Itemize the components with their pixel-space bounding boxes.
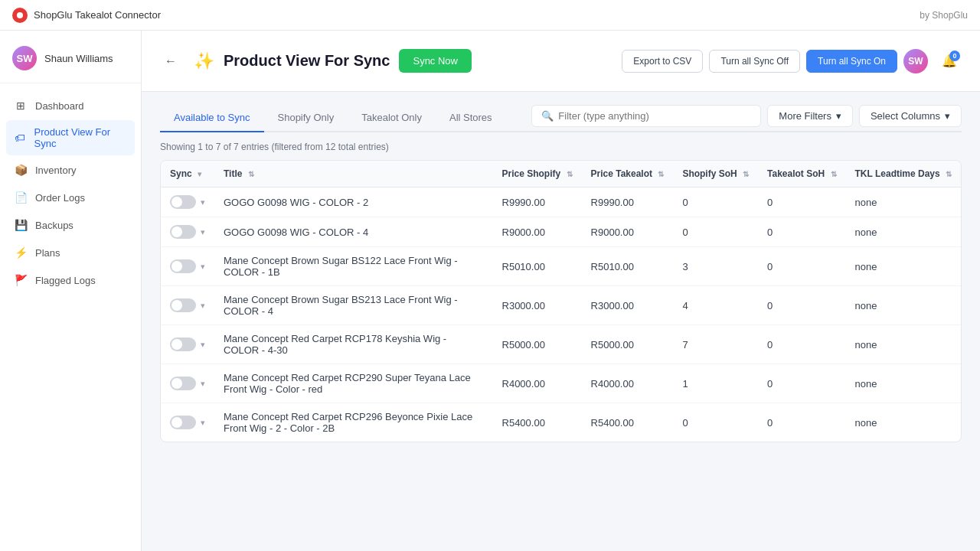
zap-icon: ⚡: [14, 246, 28, 259]
tkl-leadtime-cell: none: [846, 403, 961, 442]
sync-cell: ▾: [161, 403, 214, 442]
sync-dropdown-arrow[interactable]: ▾: [201, 379, 205, 389]
col-title[interactable]: Title ⇅: [214, 161, 493, 187]
sync-now-button[interactable]: Sync Now: [399, 49, 472, 73]
turn-sync-off-button[interactable]: Turn all Sync Off: [709, 50, 800, 73]
shopify-soh-cell: 3: [673, 247, 758, 286]
sync-toggle[interactable]: [170, 416, 196, 429]
sync-toggle[interactable]: [170, 377, 196, 390]
price-shopify-cell: R9990.00: [493, 187, 582, 217]
sidebar-item-label: Flagged Logs: [35, 275, 96, 286]
table-row: ▾ Mane Concept Brown Sugar BS122 Lace Fr…: [161, 247, 961, 286]
search-input[interactable]: [558, 110, 751, 122]
tab-shopify-only[interactable]: Shopify Only: [264, 104, 348, 132]
back-button[interactable]: ←: [160, 51, 181, 72]
sync-toggle[interactable]: [170, 225, 196, 239]
takealot-soh-cell: 0: [758, 286, 845, 325]
price-takealot-cell: R5000.00: [582, 325, 674, 364]
shopify-soh-cell: 0: [673, 187, 758, 217]
sort-icon: ⇅: [567, 170, 573, 178]
sort-icon: ⇅: [946, 170, 952, 178]
price-takealot-cell: R5400.00: [582, 403, 674, 442]
flag-icon: 🚩: [14, 273, 28, 287]
sort-icon: ⇅: [831, 170, 837, 178]
col-price-takealot[interactable]: Price Takealot ⇅: [582, 161, 674, 187]
tabs: Available to Sync Shopify Only Takealot …: [160, 104, 962, 132]
topbar: ShopGlu Takealot Connector by ShopGlu: [0, 0, 980, 31]
table-header-row: Sync ▾ Title ⇅ Price Shopify ⇅ Price Tak…: [161, 161, 961, 187]
database-icon: 💾: [14, 218, 28, 232]
sidebar-item-product-view[interactable]: 🏷 Product View For Sync: [6, 120, 135, 155]
header-right: Export to CSV Turn all Sync Off Turn all…: [622, 49, 962, 73]
sidebar-user: SW Shaun Williams: [0, 40, 141, 83]
export-csv-button[interactable]: Export to CSV: [622, 50, 703, 73]
sidebar-item-dashboard[interactable]: ⊞ Dashboard: [6, 93, 135, 119]
sidebar-item-label: Order Logs: [35, 192, 85, 204]
price-shopify-cell: R9000.00: [493, 217, 582, 247]
product-table: Sync ▾ Title ⇅ Price Shopify ⇅ Price Tak…: [160, 160, 962, 442]
price-shopify-cell: R5400.00: [493, 403, 582, 442]
sync-toggle[interactable]: [170, 337, 196, 351]
turn-sync-on-button[interactable]: Turn all Sync On: [806, 50, 897, 73]
sync-cell: ▾: [161, 247, 214, 286]
sync-toggle[interactable]: [170, 298, 196, 312]
topbar-byline: by ShopGlu: [920, 10, 968, 21]
sync-cell: ▾: [161, 325, 214, 364]
sidebar-item-label: Backups: [35, 220, 74, 231]
notification-button[interactable]: 🔔 0: [937, 49, 962, 73]
title-cell: GOGO G0098 WIG - COLOR - 4: [214, 217, 493, 247]
shopify-soh-cell: 0: [673, 217, 758, 247]
title-cell: Mane Concept Red Carpet RCP178 Keyshia W…: [214, 325, 493, 364]
sync-cell: ▾: [161, 217, 214, 247]
price-takealot-cell: R3000.00: [582, 286, 674, 325]
sync-cell: ▾: [161, 187, 214, 217]
sync-dropdown-arrow[interactable]: ▾: [201, 262, 205, 272]
grid-icon: ⊞: [14, 99, 28, 112]
tkl-leadtime-cell: none: [846, 187, 961, 217]
sync-cell: ▾: [161, 364, 214, 403]
sidebar-item-label: Dashboard: [35, 100, 84, 112]
sidebar-item-plans[interactable]: ⚡ Plans: [6, 240, 135, 266]
table-row: ▾ Mane Concept Brown Sugar BS213 Lace Fr…: [161, 286, 961, 325]
main-layout: SW Shaun Williams ⊞ Dashboard 🏷 Product …: [0, 31, 980, 551]
sync-dropdown-arrow[interactable]: ▾: [201, 340, 205, 350]
tab-all-stores[interactable]: All Stores: [436, 104, 506, 132]
avatar: SW: [12, 46, 37, 70]
sidebar-item-order-logs[interactable]: 📄 Order Logs: [6, 184, 135, 210]
sparkle-icon: ✨: [194, 51, 214, 71]
page-title: Product View For Sync: [224, 52, 390, 70]
sync-dropdown-arrow[interactable]: ▾: [201, 418, 205, 428]
table-row: ▾ Mane Concept Red Carpet RCP178 Keyshia…: [161, 325, 961, 364]
col-takealot-soh[interactable]: Takealot SoH ⇅: [758, 161, 845, 187]
tag-icon: 🏷: [14, 131, 27, 145]
col-shopify-soh[interactable]: Shopify SoH ⇅: [673, 161, 758, 187]
price-shopify-cell: R5000.00: [493, 325, 582, 364]
header-left: ← ✨ Product View For Sync Sync Now: [160, 49, 472, 73]
chevron-down-icon: ▾: [836, 110, 841, 122]
takealot-soh-cell: 0: [758, 403, 845, 442]
select-columns-button[interactable]: Select Columns ▾: [859, 105, 962, 127]
sidebar-item-flagged-logs[interactable]: 🚩 Flagged Logs: [6, 267, 135, 293]
shopify-soh-cell: 1: [673, 364, 758, 403]
takealot-soh-cell: 0: [758, 325, 845, 364]
sync-toggle[interactable]: [170, 195, 196, 209]
sync-dropdown-arrow[interactable]: ▾: [201, 197, 205, 207]
header-title-section: ✨ Product View For Sync Sync Now: [194, 49, 472, 73]
tab-available-to-sync[interactable]: Available to Sync: [160, 104, 264, 132]
table-summary: Showing 1 to 7 of 7 entries (filtered fr…: [160, 142, 962, 152]
tab-takealot-only[interactable]: Takealot Only: [348, 104, 436, 132]
sync-toggle[interactable]: [170, 259, 196, 273]
col-tkl-leadtime: TKL Leadtime Days ⇅: [846, 161, 961, 187]
takealot-soh-cell: 0: [758, 217, 845, 247]
sync-dropdown-arrow[interactable]: ▾: [201, 227, 205, 237]
more-filters-button[interactable]: More Filters ▾: [767, 105, 853, 127]
sidebar-item-backups[interactable]: 💾 Backups: [6, 212, 135, 238]
col-price-shopify[interactable]: Price Shopify ⇅: [493, 161, 582, 187]
file-text-icon: 📄: [14, 191, 28, 204]
takealot-soh-cell: 0: [758, 187, 845, 217]
sync-dropdown-arrow[interactable]: ▾: [201, 301, 205, 311]
user-avatar-top[interactable]: SW: [903, 49, 928, 73]
title-cell: Mane Concept Brown Sugar BS122 Lace Fron…: [214, 247, 493, 286]
sidebar-item-inventory[interactable]: 📦 Inventory: [6, 157, 135, 183]
title-cell: Mane Concept Red Carpet RCP296 Beyonce P…: [214, 403, 493, 442]
